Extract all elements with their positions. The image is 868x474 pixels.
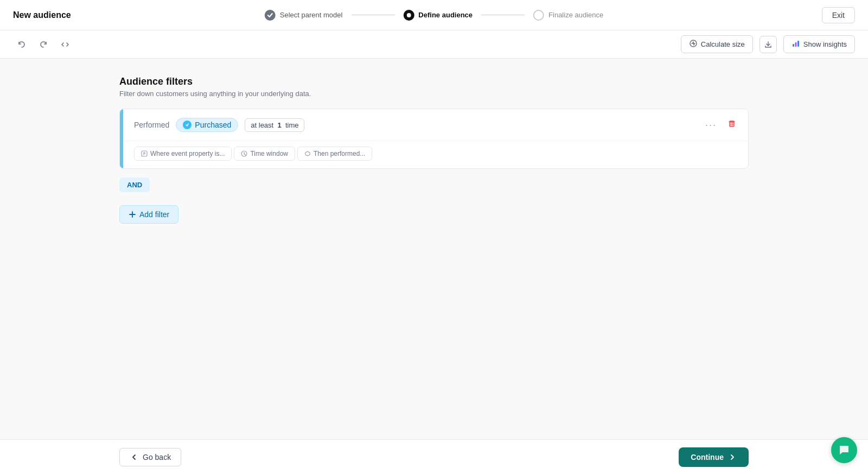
step-finalize-audience: Finalize audience [533, 10, 603, 21]
continue-button[interactable]: Continue [679, 447, 749, 467]
filter-card-body: Performed Purchased at least 1 time ··· [123, 109, 748, 168]
event-badge-icon [183, 121, 192, 129]
time-window-button[interactable]: Time window [234, 147, 295, 161]
filter-card: Performed Purchased at least 1 time ··· [119, 109, 749, 169]
step-icon-active [403, 10, 414, 21]
go-back-label: Go back [143, 453, 171, 462]
add-filter-label: Add filter [139, 210, 169, 219]
condition-count: 1 [277, 121, 281, 129]
calculate-size-button[interactable]: Calculate size [681, 35, 753, 53]
then-performed-button[interactable]: Then performed... [297, 147, 372, 161]
add-filter-button[interactable]: Add filter [119, 205, 178, 224]
stepper: Select parent model Define audience Fina… [265, 10, 604, 21]
go-back-button[interactable]: Go back [119, 448, 181, 466]
svg-rect-7 [730, 122, 734, 127]
exit-button[interactable]: Exit [822, 7, 855, 23]
svg-point-6 [185, 123, 189, 127]
svg-rect-5 [797, 41, 799, 47]
svg-point-0 [406, 13, 411, 17]
step-icon-completed [265, 10, 276, 21]
code-button[interactable] [56, 36, 74, 53]
section-subtitle: Filter down customers using anything in … [119, 90, 749, 98]
step-define-audience: Define audience [403, 10, 473, 21]
chat-fab-button[interactable] [831, 437, 857, 463]
and-button[interactable]: AND [119, 178, 150, 192]
condition-suffix: time [285, 121, 299, 129]
toolbar-right: Calculate size Show insights [681, 35, 855, 53]
step-label-finalize-audience: Finalize audience [548, 11, 603, 19]
show-insights-label: Show insights [803, 40, 847, 48]
time-window-label: Time window [250, 150, 288, 157]
step-select-parent: Select parent model [265, 10, 343, 21]
undo-button[interactable] [13, 36, 30, 53]
event-label: Purchased [195, 121, 231, 129]
top-bar-right: Exit [822, 7, 855, 23]
toolbar: Calculate size Show insights [0, 30, 868, 59]
filter-main-row: Performed Purchased at least 1 time ··· [123, 109, 748, 141]
filter-sub-row: Where event property is... Time window T… [123, 141, 748, 168]
svg-line-16 [244, 154, 246, 155]
condition-badge[interactable]: at least 1 time [245, 118, 304, 132]
bottom-bar: Go back Continue [0, 439, 868, 474]
section-title: Audience filters [119, 76, 749, 87]
where-event-label: Where event property is... [150, 150, 225, 157]
redo-button[interactable] [35, 36, 52, 53]
step-label-select-parent: Select parent model [280, 11, 343, 19]
more-options-button[interactable]: ··· [702, 117, 720, 133]
step-label-define-audience: Define audience [418, 11, 473, 19]
svg-rect-4 [795, 42, 796, 47]
delete-filter-button[interactable] [724, 117, 739, 132]
toolbar-left [13, 36, 74, 53]
filter-actions: ··· [702, 117, 739, 133]
condition-prefix: at least [251, 121, 273, 129]
where-event-property-button[interactable]: Where event property is... [134, 147, 232, 161]
insights-icon [792, 39, 800, 49]
show-insights-button[interactable]: Show insights [783, 35, 855, 53]
performed-label: Performed [134, 121, 169, 129]
event-badge[interactable]: Purchased [176, 118, 238, 132]
export-button[interactable] [760, 36, 777, 53]
svg-rect-3 [793, 44, 794, 47]
step-connector-1 [351, 15, 394, 15]
continue-label: Continue [691, 453, 724, 462]
calculate-size-label: Calculate size [701, 40, 745, 48]
main-content: Audience filters Filter down customers u… [0, 59, 868, 439]
calculate-icon [689, 39, 698, 49]
top-bar: New audience Select parent model Define … [0, 0, 868, 30]
then-performed-label: Then performed... [314, 150, 365, 157]
step-icon-inactive [533, 10, 544, 21]
app-title: New audience [13, 10, 71, 20]
and-container: AND [119, 178, 749, 199]
and-label: AND [127, 181, 142, 189]
step-connector-2 [481, 15, 525, 15]
